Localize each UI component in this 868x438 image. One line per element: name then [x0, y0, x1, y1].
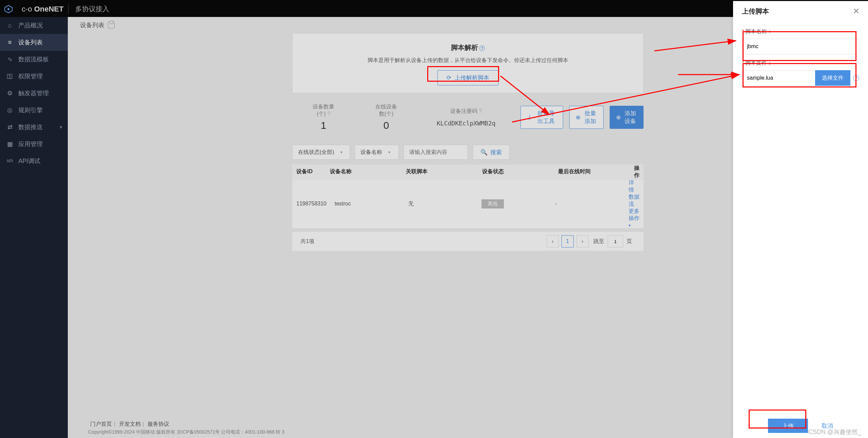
footer-link-docs[interactable]: 开发文档 [119, 421, 141, 427]
th-id: 设备ID [292, 168, 326, 175]
api-icon: API [6, 159, 14, 163]
chevron-down-icon: ▾ [340, 150, 342, 155]
grid-icon: ▦ [6, 140, 14, 148]
upload-script-drawer: 上传脚本 ✕ *脚本名称： *脚本文件： 选择文件 ? 上传 取消 [733, 1, 868, 438]
add-device-button[interactable]: ⊕添加设备 [610, 106, 644, 129]
sidebar-item-label: 数据推送 [18, 123, 43, 131]
sidebar-item-permissions[interactable]: ⚿权限管理 [0, 68, 68, 85]
batch-export-button[interactable]: ⭳批量导出工具 [520, 106, 563, 129]
cell-status: 离线 [477, 199, 551, 208]
stat-device-count: 设备数量(个) ? 1 [292, 103, 355, 131]
sidebar-item-label: 应用管理 [18, 140, 43, 148]
sidebar-item-trigger[interactable]: ⚙触发器管理 [0, 85, 68, 102]
pager-jump-input[interactable] [608, 235, 623, 247]
sidebar: ⌂产品概况 ≡设备列表 ∿数据流模板 ⚿权限管理 ⚙触发器管理 ◎规则引擎 ⇄数… [0, 17, 68, 438]
cell-script: 无 [404, 200, 478, 207]
status-dropdown[interactable]: 在线状态(全部)▾ [292, 145, 350, 160]
upload-button[interactable]: 上传 [768, 419, 808, 433]
pager-page-1[interactable]: 1 [561, 235, 574, 247]
th-ops: 操作 [630, 165, 644, 179]
table-row: 1198758310 testroc 无 离线 - 详情 数据流 更多操作 [292, 179, 644, 228]
th-name: 设备名称 [326, 168, 402, 175]
search-row: 在线状态(全部)▾ 设备名称▾ 🔍搜索 [292, 145, 644, 160]
chevron-down-icon: ▾ [60, 124, 62, 130]
app-icon [0, 5, 17, 14]
sidebar-item-push[interactable]: ⇄数据推送▾ [0, 119, 68, 136]
drawer-title: 上传脚本 [742, 7, 769, 16]
op-stream-link[interactable]: 数据流 [629, 194, 639, 207]
help-icon[interactable]: ? [479, 45, 485, 51]
regcode-value: KLCdDKEclpXWMB2q [437, 120, 495, 127]
script-parse-card: 脚本解析? 脚本是用于解析从设备上传的数据，从平台给设备下发命令。你还未上传过任… [292, 33, 644, 93]
stat-value: 0 [374, 120, 399, 131]
op-more-link[interactable]: 更多操作 [629, 208, 639, 228]
cell-id: 1198758310 [292, 201, 331, 207]
pager-page-unit: 页 [627, 238, 632, 245]
script-name-input[interactable] [742, 39, 859, 54]
footer-link-portal[interactable]: 门户首页 [90, 421, 112, 427]
batch-add-button[interactable]: ⊕批量添加 [569, 106, 603, 129]
script-file-label: *脚本文件： [742, 60, 859, 67]
th-script: 关联脚本 [402, 168, 478, 175]
search-button[interactable]: 🔍搜索 [473, 145, 510, 160]
op-detail-link[interactable]: 详情 [629, 180, 634, 193]
script-name-label: *脚本名称： [742, 28, 859, 35]
choose-file-button[interactable]: 选择文件 [815, 70, 850, 86]
drawer-header: 上传脚本 ✕ [733, 1, 868, 21]
search-icon: 🔍 [480, 149, 488, 156]
sidebar-item-label: API调试 [18, 157, 40, 165]
overview-icon: ⌂ [6, 22, 14, 29]
table-header: 设备ID 设备名称 关联脚本 设备状态 最后在线时间 操作 [292, 164, 644, 179]
help-icon[interactable]: ? [853, 75, 859, 81]
svg-point-1 [7, 8, 9, 10]
key-icon: ⚿ [6, 73, 14, 80]
plus-circle-icon: ⊕ [576, 114, 580, 121]
pager-prev[interactable]: ‹ [547, 235, 559, 247]
drawer-body: *脚本名称： *脚本文件： 选择文件 ? [733, 21, 868, 414]
pager-jump-label: 跳至 [593, 238, 604, 245]
sidebar-item-apps[interactable]: ▦应用管理 [0, 136, 68, 153]
sidebar-item-rules[interactable]: ◎规则引擎 [0, 102, 68, 119]
download-icon: ⭳ [527, 114, 533, 121]
help-icon[interactable]: ? [327, 111, 330, 117]
sidebar-item-overview[interactable]: ⌂产品概况 [0, 17, 68, 34]
wave-icon: ∿ [6, 56, 14, 63]
sidebar-item-label: 设备列表 [18, 38, 43, 46]
sidebar-item-label: 权限管理 [18, 72, 43, 80]
footer-link-terms[interactable]: 服务协议 [147, 421, 169, 427]
th-time: 最后在线时间 [554, 168, 630, 175]
watermark: CSDN @兴趣使然_ [808, 428, 861, 436]
upload-icon: ⟳ [447, 74, 451, 81]
stat-online-count: 在线设备数(个) 0 [355, 103, 418, 131]
protocol-title: 多协议接入 [68, 4, 116, 14]
pager-total: 共1项 [300, 238, 314, 245]
close-icon[interactable]: ✕ [853, 7, 859, 16]
card-title: 脚本解析? [293, 43, 643, 52]
sidebar-item-label: 产品概况 [18, 21, 43, 29]
pager-next[interactable]: › [576, 235, 589, 247]
help-icon[interactable]: ? [479, 108, 482, 114]
sidebar-item-datastream[interactable]: ∿数据流模板 [0, 51, 68, 68]
breadcrumb-title: 设备列表 [80, 21, 104, 29]
script-file-input[interactable] [742, 70, 815, 86]
upload-btn-label: 上传解析脚本 [455, 74, 489, 82]
gear-icon: ⚙ [6, 89, 14, 97]
sidebar-item-devices[interactable]: ≡设备列表 [0, 34, 68, 51]
list-icon: ≡ [6, 39, 14, 46]
copy-icon[interactable] [108, 22, 115, 28]
logo-text: c‑o OneNET [17, 5, 68, 14]
transfer-icon: ⇄ [6, 123, 14, 131]
search-input[interactable] [403, 145, 468, 160]
cell-name: testroc [331, 201, 404, 207]
plus-circle-icon: ⊕ [616, 114, 621, 121]
card-desc: 脚本是用于解析从设备上传的数据，从平台给设备下发命令。你还未上传过任何脚本 [293, 57, 643, 64]
cell-ops: 详情 数据流 更多操作 [625, 179, 644, 228]
sidebar-item-label: 规则引擎 [18, 106, 43, 114]
upload-parse-script-button[interactable]: ⟳ 上传解析脚本 [437, 70, 498, 85]
th-status: 设备状态 [478, 168, 554, 175]
field-dropdown[interactable]: 设备名称▾ [355, 145, 399, 160]
chevron-down-icon: ▾ [388, 150, 390, 155]
stat-regcode: 设备注册码 ? KLCdDKEclpXWMB2q [418, 108, 514, 127]
sidebar-item-api[interactable]: APIAPI调试 [0, 153, 68, 170]
device-table: 设备ID 设备名称 关联脚本 设备状态 最后在线时间 操作 1198758310… [292, 164, 644, 228]
